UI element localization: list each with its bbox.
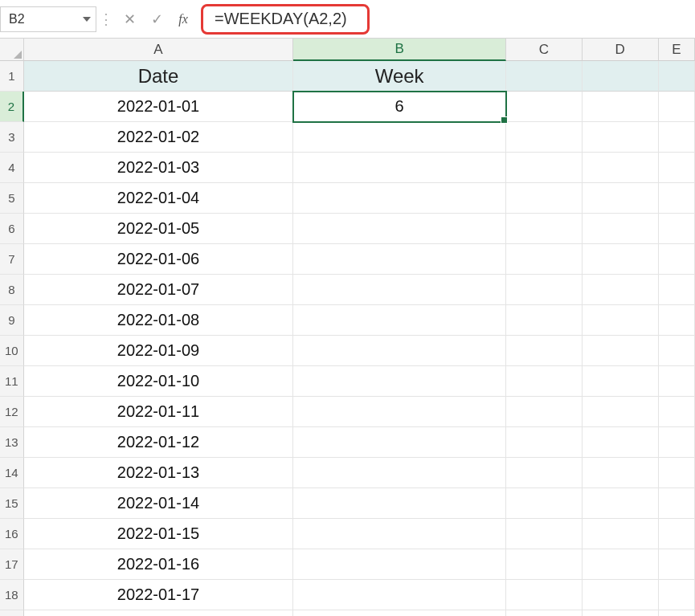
row-header[interactable]: 18 [0,580,24,610]
cell-D4[interactable] [583,153,659,183]
row-header[interactable]: 7 [0,244,24,275]
row-header[interactable]: 10 [0,336,24,366]
cell-C4[interactable] [506,153,583,183]
cell-D17[interactable] [583,549,659,580]
cell-D18[interactable] [583,580,659,610]
cell-D9[interactable] [583,305,659,336]
cell-D10[interactable] [583,336,659,366]
cell-E18[interactable] [659,580,695,610]
cell-B13[interactable] [293,427,506,458]
cell-E17[interactable] [659,549,695,580]
cell-C2[interactable] [506,92,583,122]
cell-B19[interactable] [293,610,506,616]
row-header[interactable]: 16 [0,519,24,549]
cell-C1[interactable] [506,61,583,92]
cell-C11[interactable] [506,366,583,397]
cell-E1[interactable] [659,61,695,92]
cell-A1[interactable]: Date [24,61,294,92]
cell-E7[interactable] [659,244,695,275]
cell-B17[interactable] [293,549,506,580]
cell-B18[interactable] [293,580,506,610]
cell-E13[interactable] [659,427,695,458]
row-header[interactable]: 6 [0,214,24,244]
cell-D2[interactable] [583,92,659,122]
cell-D14[interactable] [583,458,659,488]
cell-E19[interactable] [659,610,695,616]
cell-C10[interactable] [506,336,583,366]
cell-B7[interactable] [293,244,506,275]
cell-D8[interactable] [583,275,659,305]
row-header[interactable]: 2 [0,92,24,122]
row-header[interactable]: 5 [0,183,24,214]
cell-C19[interactable] [506,610,583,616]
cell-B8[interactable] [293,275,506,305]
fx-icon[interactable]: fx [170,12,196,27]
cell-A15[interactable]: 2022-01-14 [24,488,294,519]
cell-E14[interactable] [659,458,695,488]
cell-B11[interactable] [293,366,506,397]
cell-C14[interactable] [506,458,583,488]
cell-B1[interactable]: Week [293,61,506,92]
row-header[interactable]: 17 [0,549,24,580]
cell-B2[interactable]: 6 [293,92,506,122]
cell-E8[interactable] [659,275,695,305]
column-header-c[interactable]: C [506,39,583,61]
formula-input[interactable]: =WEEKDAY(A2,2) [201,4,370,35]
row-header[interactable]: 14 [0,458,24,488]
cell-C8[interactable] [506,275,583,305]
cell-A5[interactable]: 2022-01-04 [24,183,294,214]
cell-A13[interactable]: 2022-01-12 [24,427,294,458]
cell-D3[interactable] [583,122,659,153]
cell-E6[interactable] [659,214,695,244]
cell-D1[interactable] [583,61,659,92]
cell-A12[interactable]: 2022-01-11 [24,397,294,427]
cell-B12[interactable] [293,397,506,427]
cell-E5[interactable] [659,183,695,214]
row-header[interactable]: 9 [0,305,24,336]
row-header[interactable]: 3 [0,122,24,153]
cell-B14[interactable] [293,458,506,488]
cell-A6[interactable]: 2022-01-05 [24,214,294,244]
cell-D13[interactable] [583,427,659,458]
cell-E16[interactable] [659,519,695,549]
chevron-down-icon[interactable] [83,17,91,22]
column-header-b[interactable]: B [293,39,506,61]
cell-C13[interactable] [506,427,583,458]
cell-C3[interactable] [506,122,583,153]
cell-A19[interactable]: 2022-01-18 [24,610,294,616]
cell-E9[interactable] [659,305,695,336]
cell-E2[interactable] [659,92,695,122]
cell-C15[interactable] [506,488,583,519]
cell-D7[interactable] [583,244,659,275]
name-box[interactable]: B2 [0,6,96,32]
row-header[interactable]: 19 [0,610,24,616]
cell-C9[interactable] [506,305,583,336]
column-header-e[interactable]: E [659,39,695,61]
cell-C5[interactable] [506,183,583,214]
row-header[interactable]: 11 [0,366,24,397]
cell-A11[interactable]: 2022-01-10 [24,366,294,397]
cell-E11[interactable] [659,366,695,397]
column-header-a[interactable]: A [24,39,294,61]
cell-A7[interactable]: 2022-01-06 [24,244,294,275]
row-header[interactable]: 8 [0,275,24,305]
cell-E3[interactable] [659,122,695,153]
cell-A8[interactable]: 2022-01-07 [24,275,294,305]
confirm-formula-button[interactable]: ✓ [143,6,170,32]
cell-D11[interactable] [583,366,659,397]
cell-D6[interactable] [583,214,659,244]
cell-A4[interactable]: 2022-01-03 [24,153,294,183]
cell-D5[interactable] [583,183,659,214]
cell-B6[interactable] [293,214,506,244]
cell-A17[interactable]: 2022-01-16 [24,549,294,580]
cell-C16[interactable] [506,519,583,549]
cell-D15[interactable] [583,488,659,519]
cell-D16[interactable] [583,519,659,549]
cell-A16[interactable]: 2022-01-15 [24,519,294,549]
cell-B5[interactable] [293,183,506,214]
cell-E10[interactable] [659,336,695,366]
cell-B9[interactable] [293,305,506,336]
select-all-corner[interactable] [0,39,24,61]
cell-A3[interactable]: 2022-01-02 [24,122,294,153]
cell-B15[interactable] [293,488,506,519]
